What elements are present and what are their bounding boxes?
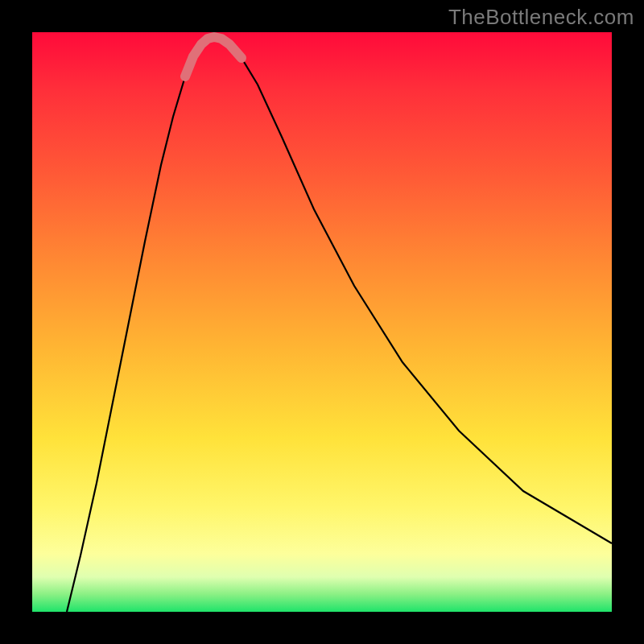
valley-highlight	[185, 37, 242, 76]
curve-svg	[32, 32, 612, 612]
chart-frame: TheBottleneck.com	[0, 0, 644, 644]
main-curve	[67, 37, 612, 612]
plot-area	[32, 32, 612, 612]
watermark-text: TheBottleneck.com	[448, 5, 634, 30]
